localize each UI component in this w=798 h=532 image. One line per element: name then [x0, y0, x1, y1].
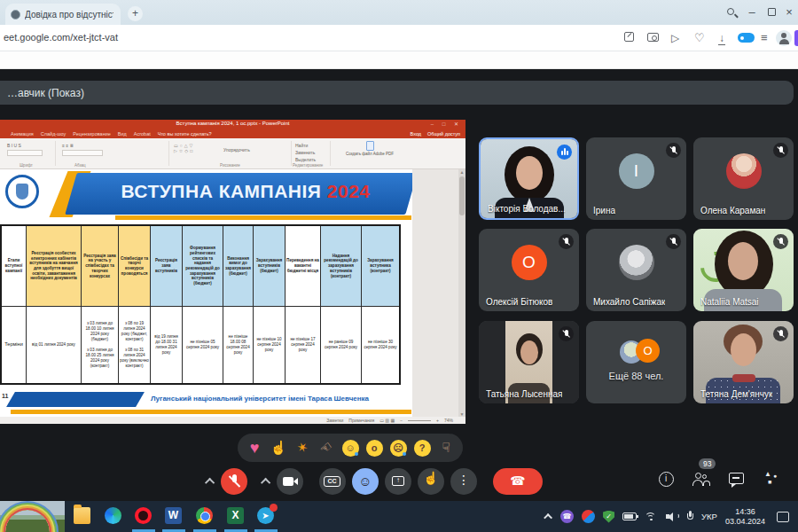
bookmark-heart-icon[interactable]: ♡: [694, 32, 705, 44]
download-icon[interactable]: ↓: [718, 32, 725, 45]
more-options-button[interactable]: ⋮: [450, 468, 477, 495]
mic-options-chevron-icon[interactable]: [205, 478, 215, 488]
avatar: О: [512, 245, 547, 280]
browser-tab[interactable]: Довідка про відсутність б: [5, 4, 121, 25]
reaction-sparkling-heart-button[interactable]: ♥: [245, 438, 264, 458]
language-indicator[interactable]: УКР: [701, 512, 717, 521]
reaction-clapping-button[interactable]: ☜: [317, 438, 336, 458]
participant-tile-nataliia[interactable]: Nataliia Matsai: [693, 229, 794, 311]
participant-tile-tetiana[interactable]: Тетяна Дем'янчук: [693, 321, 794, 403]
participant-tile-oleksii[interactable]: О Олексій Бітюков: [479, 229, 579, 311]
active-app-indicator: [132, 529, 155, 532]
search-icon[interactable]: [727, 8, 734, 15]
ppt-zoom-in[interactable]: +: [436, 418, 439, 423]
slide-canvas: ВСТУПНА КАМПАНІЯ 2024 Етапи вступної кам…: [0, 169, 412, 417]
action-center-icon[interactable]: [777, 512, 789, 522]
word-icon[interactable]: W: [165, 507, 182, 524]
defender-shield-icon[interactable]: ✓: [603, 511, 614, 523]
new-tab-button[interactable]: +: [128, 6, 143, 21]
reaction-thinking-button[interactable]: ?: [412, 438, 432, 458]
mic-muted-button[interactable]: [221, 468, 247, 495]
leave-call-button[interactable]: ☎: [493, 468, 543, 495]
ppt-comments-button[interactable]: Примечания: [348, 418, 374, 423]
ppt-zoom-level[interactable]: 74%: [444, 418, 453, 423]
ppt-tab-animation[interactable]: Анимация: [11, 131, 34, 137]
ppt-scrollbar[interactable]: ▲ ▼: [458, 169, 466, 417]
volume-icon[interactable]: [666, 512, 678, 522]
reaction-joy-button[interactable]: ☺: [340, 438, 360, 458]
ppt-zoom-out[interactable]: −: [400, 418, 403, 423]
table-cell: не пізніше 05 серпня 2024 року: [183, 307, 223, 383]
tray-expand-icon[interactable]: [544, 513, 552, 522]
participant-tile-more[interactable]: О Ещё 88 чел.: [586, 321, 686, 403]
ppt-sign-in[interactable]: Вход: [411, 131, 421, 137]
reaction-thumbs-up-button[interactable]: ☝: [269, 438, 288, 458]
reaction-crying-button[interactable]: ☹: [388, 438, 408, 458]
profile-icon[interactable]: [776, 30, 792, 46]
tray-app-icon[interactable]: [582, 510, 595, 523]
participant-tile-viktoriia[interactable]: Вікторія Володав...: [479, 137, 579, 220]
ppt-tell-me[interactable]: Что вы хотите сделать?: [158, 131, 212, 137]
ppt-create-pdf-button[interactable]: Создать файл Adobe PDF: [335, 141, 404, 166]
battery-icon[interactable]: [622, 512, 637, 520]
ppt-editing-buttons[interactable]: Найти Заменить Выделить: [295, 142, 316, 163]
ppt-tab-slideshow[interactable]: Слайд-шоу: [41, 131, 66, 137]
reaction-party-popper-button[interactable]: ✶: [293, 438, 312, 458]
ppt-font-box[interactable]: [7, 150, 43, 156]
wifi-icon[interactable]: [645, 512, 658, 522]
people-panel-button[interactable]: 93: [692, 470, 711, 489]
tray-mic-icon[interactable]: [686, 511, 693, 522]
scroll-thumb[interactable]: [459, 176, 465, 215]
participant-tile-iryna[interactable]: І Ірина: [586, 137, 686, 220]
excel-icon[interactable]: X: [227, 507, 244, 524]
ppt-share-button[interactable]: Общий доступ: [427, 131, 460, 137]
ppt-font-controls[interactable]: B I U S: [7, 143, 21, 148]
viber-icon[interactable]: ☎: [560, 510, 574, 523]
clock[interactable]: 14:36 03.04.2024: [725, 507, 765, 527]
send-icon[interactable]: ▷: [671, 32, 679, 44]
ppt-view-icons[interactable]: ▭ ▥ ▦: [379, 418, 395, 423]
chrome-icon[interactable]: [196, 507, 213, 524]
ppt-paragraph-box[interactable]: [62, 150, 103, 156]
camera-button[interactable]: [277, 468, 303, 495]
snapshot-icon[interactable]: [647, 33, 659, 42]
ppt-tab-review[interactable]: Рецензирование: [73, 131, 110, 137]
participant-tile-mykhailo[interactable]: Михайло Сапіжак: [586, 229, 686, 311]
close-button[interactable]: ×: [782, 6, 796, 19]
present-screen-button[interactable]: ↑: [385, 468, 411, 495]
table-header: Формування рейтингових списків та наданн…: [183, 226, 223, 307]
maximize-button[interactable]: [768, 8, 776, 16]
ppt-zoom-slider[interactable]: [408, 420, 431, 421]
presenter-label: …авчик (Показ): [0, 87, 84, 99]
ppt-notes-button[interactable]: Заметки: [326, 418, 343, 423]
scroll-up-icon[interactable]: ▲: [458, 169, 466, 175]
chat-panel-button[interactable]: [727, 470, 747, 489]
edge-icon[interactable]: [105, 507, 121, 524]
ppt-shapes-gallery[interactable]: ▭○△▽▷☆◇□: [174, 143, 220, 153]
opera-icon[interactable]: [135, 507, 152, 524]
camera-options-chevron-icon[interactable]: [261, 478, 270, 488]
activities-button[interactable]: ▲●■: [763, 470, 782, 489]
sidebar-handle-icon[interactable]: [794, 30, 798, 46]
meeting-details-button[interactable]: i: [656, 470, 676, 489]
telegram-icon[interactable]: ➤: [257, 507, 274, 524]
minimize-button[interactable]: –: [745, 6, 759, 19]
ppt-tab-view[interactable]: Вид: [118, 131, 127, 137]
ppt-tab-acrobat[interactable]: Acrobat: [134, 131, 151, 137]
vpn-badge-icon[interactable]: [738, 33, 755, 43]
ppt-paragraph-controls[interactable]: ≡ ≡ ≣: [62, 143, 74, 148]
share-page-icon[interactable]: [624, 32, 634, 42]
mic-muted-icon: [773, 234, 788, 249]
reactions-toggle-button[interactable]: ☺: [352, 468, 379, 495]
participant-tile-olena[interactable]: Олена Караман: [693, 137, 794, 220]
participant-tile-tatiana[interactable]: Татьяна Лысенная: [479, 321, 579, 403]
ppt-arrange-button[interactable]: Упорядочить: [223, 147, 250, 153]
captions-button[interactable]: CC: [319, 468, 346, 495]
raise-hand-button[interactable]: ☝: [418, 468, 444, 495]
tune-icon[interactable]: ≡: [761, 32, 768, 44]
reaction-thumbs-down-button[interactable]: ☟: [436, 438, 456, 458]
table-cell: не пізніше 17 серпня 2024 року: [286, 307, 320, 383]
file-explorer-icon[interactable]: [74, 507, 90, 524]
reaction-astonished-button[interactable]: o: [364, 438, 384, 458]
url-field[interactable]: eet.google.com/xet-jtct-vat: [4, 32, 118, 43]
